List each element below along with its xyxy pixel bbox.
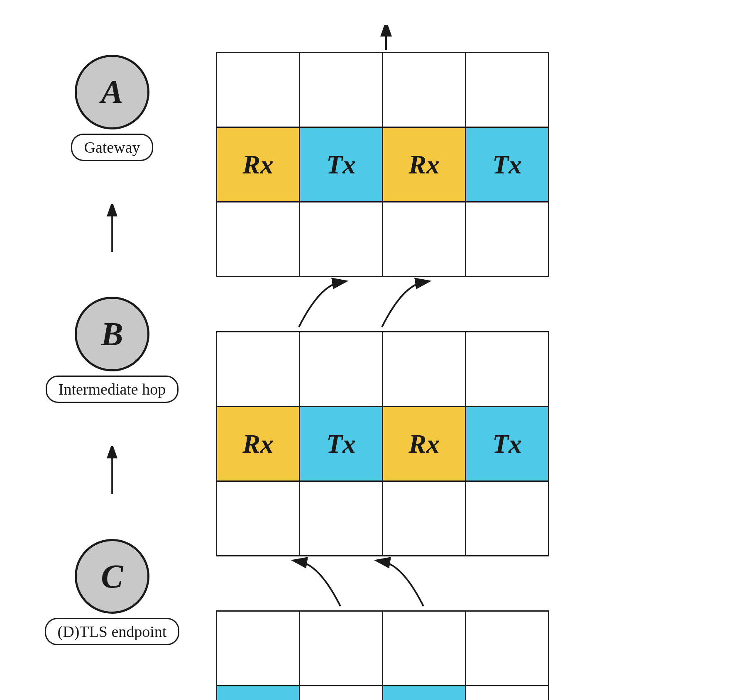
cell-t1-3: Tx bbox=[466, 127, 549, 202]
top-arrow-area bbox=[216, 25, 726, 52]
cell-t2-2 bbox=[383, 202, 466, 277]
arrows-top-mid bbox=[216, 277, 726, 331]
arrows-mid-bot bbox=[216, 556, 726, 610]
cell-m0-0 bbox=[217, 332, 300, 407]
cell-t0-3 bbox=[466, 53, 549, 127]
node-label-c: (D)TLS endpoint bbox=[45, 618, 180, 645]
cell-m0-3 bbox=[466, 332, 549, 407]
cell-b0-1 bbox=[300, 611, 383, 686]
node-letter-b: B bbox=[101, 315, 123, 353]
grid-top: Rx Tx Rx Tx bbox=[216, 52, 726, 277]
grid-mid-row-0 bbox=[217, 332, 549, 407]
cell-m1-1: Tx bbox=[300, 407, 383, 481]
node-letter-c: C bbox=[101, 558, 123, 595]
cell-t0-2 bbox=[383, 53, 466, 127]
grid-bot-row-0 bbox=[217, 611, 549, 686]
grid-bot-row-1: Tx Tx bbox=[217, 686, 549, 700]
node-group-a: A Gateway bbox=[71, 55, 153, 161]
cell-m1-3: Tx bbox=[466, 407, 549, 481]
node-letter-a: A bbox=[101, 73, 123, 111]
grid-bot-table: Tx Tx bbox=[216, 610, 549, 700]
cell-b1-3 bbox=[466, 686, 549, 700]
cell-b1-2: Tx bbox=[383, 686, 466, 700]
cell-t0-0 bbox=[217, 53, 300, 127]
grid-top-row-2 bbox=[217, 202, 549, 277]
cell-m0-1 bbox=[300, 332, 383, 407]
cell-b0-2 bbox=[383, 611, 466, 686]
nodes-column: A Gateway B Intermediate hop bbox=[25, 25, 199, 675]
node-group-b: B Intermediate hop bbox=[46, 297, 179, 403]
cell-t1-1: Tx bbox=[300, 127, 383, 202]
cell-b1-0: Tx bbox=[217, 686, 300, 700]
grid-mid: Rx Tx Rx Tx bbox=[216, 331, 726, 556]
cell-b0-0 bbox=[217, 611, 300, 686]
node-label-b: Intermediate hop bbox=[46, 376, 179, 403]
node-group-c: C (D)TLS endpoint bbox=[45, 539, 180, 645]
grids-wrapper: Rx Tx Rx Tx bbox=[216, 25, 726, 675]
diagram-container: A Gateway B Intermediate hop bbox=[0, 0, 751, 700]
grid-top-row-0 bbox=[217, 53, 549, 127]
cell-t0-1 bbox=[300, 53, 383, 127]
arrow-ab-svg bbox=[104, 204, 120, 254]
cell-t2-0 bbox=[217, 202, 300, 277]
node-label-a: Gateway bbox=[71, 134, 153, 161]
cell-t1-0: Rx bbox=[217, 127, 300, 202]
cell-t2-3 bbox=[466, 202, 549, 277]
cell-b1-1 bbox=[300, 686, 383, 700]
grid-mid-row-2 bbox=[217, 481, 549, 556]
curved-arrows-top-mid-svg bbox=[257, 277, 506, 331]
cell-t2-1 bbox=[300, 202, 383, 277]
cell-m2-3 bbox=[466, 481, 549, 556]
grid-mid-row-1: Rx Tx Rx Tx bbox=[217, 407, 549, 481]
cell-t1-2: Rx bbox=[383, 127, 466, 202]
grid-bot: Tx Tx bbox=[216, 610, 726, 700]
grid-mid-table: Rx Tx Rx Tx bbox=[216, 331, 549, 556]
cell-m0-2 bbox=[383, 332, 466, 407]
node-circle-a: A bbox=[75, 55, 149, 129]
cell-m2-1 bbox=[300, 481, 383, 556]
arrow-bc bbox=[104, 446, 120, 496]
cell-b0-3 bbox=[466, 611, 549, 686]
cell-m1-2: Rx bbox=[383, 407, 466, 481]
grid-top-table: Rx Tx Rx Tx bbox=[216, 52, 549, 277]
node-circle-b: B bbox=[75, 297, 149, 371]
curved-arrows-mid-bot-svg bbox=[257, 556, 506, 610]
top-single-arrow-svg bbox=[374, 25, 399, 52]
cell-m2-2 bbox=[383, 481, 466, 556]
cell-m2-0 bbox=[217, 481, 300, 556]
cell-m1-0: Rx bbox=[217, 407, 300, 481]
arrow-bc-svg bbox=[104, 446, 120, 496]
arrow-ab bbox=[104, 204, 120, 254]
node-circle-c: C bbox=[75, 539, 149, 614]
grid-top-row-1: Rx Tx Rx Tx bbox=[217, 127, 549, 202]
